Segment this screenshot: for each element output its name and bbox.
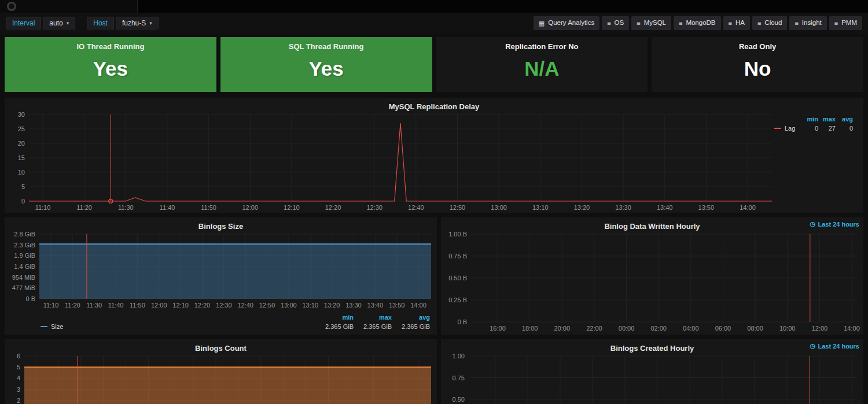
panel-header: Binlogs Count (5, 339, 437, 355)
stat-value: Yes (308, 51, 343, 92)
chart-svg (24, 356, 431, 404)
menu-button-label: HA (735, 20, 745, 27)
panel-title[interactable]: MySQL Replication Delay (389, 102, 480, 111)
menu-button-label: MySQL (644, 20, 666, 27)
menu-button-os[interactable]: ≡OS (602, 16, 629, 30)
x-tick-label: 06:00 (715, 325, 731, 332)
y-axis: 1.000.750.50 (443, 356, 469, 404)
panel-binlogs-size: Binlogs Size 2.8 GiB2.3 GiB1.9 GiB1.4 Gi… (5, 217, 437, 335)
y-tick-label: 20 (18, 140, 25, 147)
plot-area[interactable] (469, 356, 858, 404)
panel-title[interactable]: Binlogs Size (198, 222, 243, 231)
x-tick-label: 00:00 (619, 325, 635, 332)
x-tick-label: 14:00 (410, 302, 426, 309)
y-axis: 1.00 B0.75 B0.50 B0.25 B0 B (443, 234, 471, 322)
x-tick-label: 12:50 (259, 302, 275, 309)
caret-down-icon: ▾ (149, 21, 152, 26)
menu-button-cloud[interactable]: ≡Cloud (752, 16, 787, 30)
clock-icon: ◷ (810, 342, 816, 350)
time-range-label: Last 24 hours (818, 343, 859, 350)
x-tick-label: 12:30 (216, 302, 232, 309)
stat-panel-sql-thread-running[interactable]: SQL Thread Running Yes (220, 37, 432, 92)
interval-label-button[interactable]: Interval (6, 17, 41, 29)
interval-value-dropdown[interactable]: auto ▾ (43, 17, 75, 29)
x-tick-label: 11:20 (65, 302, 80, 309)
stat-panel-read-only[interactable]: Read Only No (652, 37, 863, 92)
y-tick-label: 2.3 GiB (14, 242, 35, 249)
x-tick-label: 11:30 (118, 204, 134, 211)
list-icon: ≡ (757, 20, 761, 27)
y-tick-label: 0.75 B (448, 253, 467, 260)
plot-area[interactable] (39, 234, 431, 299)
x-tick-label: 13:00 (281, 302, 297, 309)
chart-body: 2.8 GiB2.3 GiB1.9 GiB1.4 GiB954 MiB477 M… (5, 233, 437, 335)
menu-button-mongodb[interactable]: ≡MongoDB (674, 16, 721, 30)
x-tick-label: 12:40 (237, 302, 253, 309)
toolbar-left-group: Interval auto ▾ Host fuzhu-S ▾ (6, 17, 159, 29)
panel-title[interactable]: Binlog Data Written Hourly (604, 222, 700, 231)
pmm-dashboard: Interval auto ▾ Host fuzhu-S ▾ ▦Query An… (0, 0, 868, 404)
time-range-label: Last 24 hours (818, 221, 859, 228)
chart-body: 1.000.750.50 (441, 355, 863, 404)
menu-button-query-analytics[interactable]: ▦Query Analytics (534, 16, 599, 30)
legend-row: Lag0270 (774, 124, 853, 133)
stat-value: Yes (93, 51, 128, 92)
chart-center: 16:0018:0020:0022:0000:0002:0004:0006:00… (471, 234, 858, 333)
y-tick-label: 1.9 GiB (14, 252, 35, 259)
menu-button-ha[interactable]: ≡HA (723, 16, 750, 30)
stat-title: Read Only (739, 42, 776, 51)
chart-center (24, 356, 431, 404)
chart-body: 302520151050 11:1011:2011:3011:4011:5012… (5, 113, 863, 213)
row-binlogs-hourly: Binlogs Count 65432 Binlogs Created Hour… (5, 339, 863, 404)
y-tick-label: 477 MiB (12, 284, 35, 291)
interval-value: auto (49, 20, 62, 27)
legend-header-min: min (801, 114, 818, 124)
y-tick-label: 0 (21, 198, 25, 205)
grafana-logo-icon[interactable] (7, 2, 16, 11)
menu-button-mysql[interactable]: ≡MySQL (631, 16, 671, 30)
clock-icon: ◷ (810, 220, 816, 228)
y-axis: 2.8 GiB2.3 GiB1.9 GiB1.4 GiB954 MiB477 M… (7, 234, 39, 299)
x-tick-label: 13:00 (491, 204, 507, 211)
top-navbar (0, 0, 868, 13)
panel-binlogs-created-hourly: Binlogs Created Hourly ◷ Last 24 hours 1… (441, 339, 863, 404)
x-tick-label: 11:20 (76, 204, 92, 211)
x-tick-label: 11:10 (35, 204, 51, 211)
series-line (29, 123, 772, 201)
chart-center: 11:1011:2011:3011:4011:5012:0012:1012:20… (29, 114, 772, 213)
series-fill (39, 244, 431, 299)
stat-title: SQL Thread Running (289, 42, 364, 51)
y-axis: 65432 (7, 356, 24, 404)
plot-area[interactable] (29, 114, 772, 201)
y-tick-label: 30 (18, 111, 25, 118)
chart-svg (39, 234, 431, 299)
x-tick-label: 11:30 (86, 302, 102, 309)
panel-binlog-data-written-hourly: Binlog Data Written Hourly ◷ Last 24 hou… (441, 217, 863, 335)
x-tick-label: 13:20 (574, 204, 590, 211)
host-label-button[interactable]: Host (87, 17, 114, 29)
plot-area[interactable] (471, 234, 858, 322)
time-range-badge[interactable]: ◷ Last 24 hours (810, 342, 859, 350)
legend-header-avg: avg (836, 114, 853, 124)
y-tick-label: 0.25 B (448, 296, 467, 303)
host-value-dropdown[interactable]: fuzhu-S ▾ (116, 17, 159, 29)
x-tick-label: 12:40 (408, 204, 424, 211)
legend-series-toggle[interactable]: Lag (774, 124, 801, 133)
list-icon: ≡ (607, 20, 610, 27)
panel-title[interactable]: Binlogs Created Hourly (610, 344, 694, 353)
series-color-dash-icon (774, 128, 781, 129)
menu-button-pmm[interactable]: ≡PMM (829, 16, 862, 30)
y-tick-label: 25 (18, 125, 25, 132)
stat-panel-replication-error[interactable]: Replication Error No N/A (436, 37, 648, 92)
legend-series-toggle[interactable]: Size (41, 322, 315, 331)
x-tick-label: 13:30 (615, 204, 631, 211)
time-range-badge[interactable]: ◷ Last 24 hours (810, 220, 859, 228)
legend-header-max: max (354, 313, 392, 322)
panel-title[interactable]: Binlogs Count (195, 344, 247, 353)
stat-panel-io-thread-running[interactable]: IO Thread Running Yes (5, 37, 216, 92)
series-fill (24, 367, 431, 404)
y-tick-label: 2.8 GiB (14, 231, 35, 238)
x-tick-label: 11:40 (160, 204, 175, 211)
menu-button-insight[interactable]: ≡Insight (789, 16, 826, 30)
plot-area[interactable] (24, 356, 431, 404)
